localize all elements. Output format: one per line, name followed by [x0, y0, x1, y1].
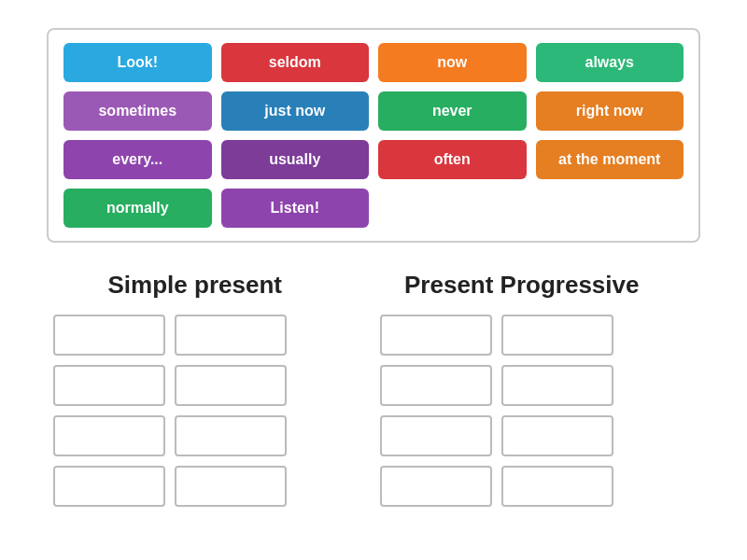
word-tile-seldom[interactable]: seldom	[221, 43, 370, 82]
word-tile-sometimes[interactable]: sometimes	[63, 91, 212, 131]
present-progressive-column	[380, 315, 694, 507]
drop-row-pp-1	[380, 315, 694, 356]
drop-box-sp-1-a[interactable]	[53, 315, 165, 356]
word-tile-right-now[interactable]: right now	[536, 91, 684, 131]
drop-box-sp-1-b[interactable]	[175, 315, 287, 356]
drop-box-pp-3-b[interactable]	[501, 415, 613, 456]
drop-box-sp-4-a[interactable]	[53, 466, 165, 507]
drop-area	[47, 315, 700, 507]
drop-box-pp-1-b[interactable]	[501, 315, 613, 356]
drop-box-sp-2-b[interactable]	[175, 365, 287, 406]
simple-present-column	[53, 315, 367, 507]
drop-row-sp-1	[53, 315, 367, 356]
category-labels: Simple present Present Progressive	[47, 271, 700, 300]
drop-box-pp-4-b[interactable]	[501, 466, 613, 507]
word-tile-at-the-moment[interactable]: at the moment	[536, 140, 684, 179]
drop-box-pp-4-a[interactable]	[380, 466, 492, 507]
drop-row-sp-2	[53, 365, 367, 406]
drop-row-pp-4	[380, 466, 694, 507]
simple-present-label: Simple present	[108, 271, 282, 300]
drop-box-pp-2-b[interactable]	[501, 365, 613, 406]
word-tile-never[interactable]: never	[378, 91, 527, 131]
drop-box-sp-3-b[interactable]	[175, 415, 287, 456]
word-tile-now[interactable]: now	[378, 43, 527, 82]
drop-row-pp-2	[380, 365, 694, 406]
word-tile-normally[interactable]: normally	[63, 189, 212, 228]
drop-box-sp-4-b[interactable]	[175, 466, 287, 507]
word-tile-listen[interactable]: Listen!	[221, 189, 370, 228]
word-tile-always[interactable]: always	[536, 43, 684, 82]
drop-box-pp-1-a[interactable]	[380, 315, 492, 356]
drop-row-sp-4	[53, 466, 367, 507]
present-progressive-label: Present Progressive	[404, 271, 639, 300]
word-tile-usually[interactable]: usually	[221, 140, 370, 179]
drop-box-pp-3-a[interactable]	[380, 415, 492, 456]
drop-box-pp-2-a[interactable]	[380, 365, 492, 406]
word-tile-just-now[interactable]: just now	[221, 91, 370, 131]
drop-row-sp-3	[53, 415, 367, 456]
word-tile-often[interactable]: often	[378, 140, 527, 179]
drop-box-sp-2-a[interactable]	[53, 365, 165, 406]
drop-box-sp-3-a[interactable]	[53, 415, 165, 456]
drop-row-pp-3	[380, 415, 694, 456]
word-tile-every[interactable]: every...	[63, 140, 212, 179]
word-tile-look[interactable]: Look!	[63, 43, 212, 82]
word-bank: Look!seldomnowalwayssometimesjust nownev…	[47, 28, 700, 243]
